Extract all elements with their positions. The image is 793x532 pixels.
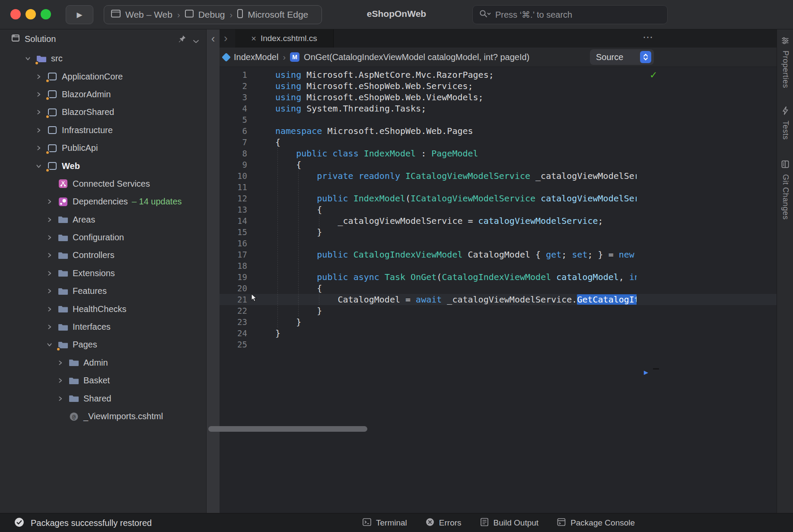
tree-item-features[interactable]: Features — [0, 282, 206, 300]
chevron-right-icon[interactable] — [57, 360, 69, 366]
code-line-16[interactable]: 16 — [220, 238, 777, 249]
tree-item-dependencies[interactable]: Dependencies– 14 updates — [0, 193, 206, 210]
chevron-right-icon[interactable] — [47, 288, 58, 294]
code-line-17[interactable]: 17 public CatalogIndexViewModel CatalogM… — [220, 249, 777, 260]
global-search-field[interactable]: Press ‘⌘.’ to search — [472, 5, 668, 24]
chevron-right-icon[interactable] — [36, 127, 47, 133]
tab-git-changes[interactable]: Git Changes — [777, 160, 793, 220]
code-line-6[interactable]: 6namespace Microsoft.eShopWeb.Web.Pages — [220, 125, 777, 137]
project-icon — [47, 125, 57, 135]
tree-item-interfaces[interactable]: Interfaces — [0, 318, 206, 336]
code-line-8[interactable]: 8 public class IndexModel : PageModel — [220, 148, 777, 159]
terminal-button[interactable]: Terminal — [362, 517, 407, 529]
code-line-1[interactable]: 1using Microsoft.AspNetCore.Mvc.RazorPag… — [220, 69, 777, 80]
code-line-23[interactable]: 23 } — [220, 316, 777, 328]
breadcrumb-member[interactable]: OnGet(CatalogIndexViewModel catalogModel… — [304, 52, 529, 62]
pin-icon[interactable] — [178, 35, 186, 45]
code-line-5[interactable]: 5 — [220, 114, 777, 125]
pending-changes-dot — [56, 347, 61, 351]
code-editor[interactable]: 1using Microsoft.AspNetCore.Mvc.RazorPag… — [220, 67, 777, 513]
chevron-right-icon[interactable] — [47, 306, 58, 312]
tree-item-healthchecks[interactable]: HealthChecks — [0, 300, 206, 318]
navigate-forward-button[interactable]: › — [224, 32, 228, 45]
chevron-right-icon[interactable] — [36, 92, 47, 97]
status-message: Packages successfully restored — [31, 518, 152, 528]
tree-item-configuration[interactable]: Configuration — [0, 229, 206, 246]
tree-item-blazoradmin[interactable]: BlazorAdmin — [0, 86, 206, 103]
pending-changes-dot — [35, 61, 39, 65]
code-line-13[interactable]: 13 { — [220, 204, 777, 215]
package-console-button[interactable]: Package Console — [557, 517, 635, 529]
code-line-7[interactable]: 7{ — [220, 137, 777, 148]
line-text: } — [275, 316, 637, 328]
zoom-window-button[interactable] — [41, 9, 51, 19]
more-options-icon[interactable]: ⋯ — [643, 31, 653, 43]
chevron-down-icon[interactable] — [25, 56, 36, 61]
tree-item-connected-services[interactable]: Connected Services — [0, 175, 206, 193]
code-line-19[interactable]: 19 public async Task OnGet(CatalogIndexV… — [220, 271, 777, 283]
close-tab-icon[interactable]: × — [251, 34, 256, 44]
code-line-2[interactable]: 2using Microsoft.eShopWeb.Web.Services; — [220, 80, 777, 92]
tree-item-basket[interactable]: Basket — [0, 372, 206, 389]
source-view-selector[interactable]: Source — [590, 49, 654, 65]
code-line-3[interactable]: 3using Microsoft.eShopWeb.Web.ViewModels… — [220, 92, 777, 103]
tree-item-controllers[interactable]: Controllers — [0, 246, 206, 264]
chevron-right-icon[interactable] — [36, 74, 47, 80]
build-output-button[interactable]: Build Output — [480, 517, 539, 529]
tree-item-extensions[interactable]: Extensions — [0, 264, 206, 282]
chevron-right-icon[interactable] — [47, 235, 58, 240]
run-button[interactable]: ▶ — [66, 5, 93, 24]
chevron-right-icon[interactable] — [57, 396, 69, 401]
tab-properties[interactable]: Properties — [777, 36, 793, 88]
code-line-25[interactable]: 25 — [220, 339, 777, 350]
chevron-down-icon[interactable] — [193, 36, 199, 46]
close-window-button[interactable] — [10, 9, 21, 19]
chevron-right-icon[interactable] — [47, 324, 58, 330]
tab-index-cshtml-cs[interactable]: × Index.cshtml.cs — [235, 29, 334, 48]
chevron-right-icon[interactable] — [47, 252, 58, 258]
tree-item-src[interactable]: src — [0, 50, 206, 67]
chevron-right-icon[interactable] — [36, 145, 47, 151]
tree-item-admin[interactable]: Admin — [0, 354, 206, 372]
code-line-24[interactable]: 24} — [220, 328, 777, 339]
chevron-right-icon[interactable] — [47, 199, 58, 204]
horizontal-scrollbar[interactable] — [208, 426, 367, 432]
line-number: 16 — [220, 238, 247, 249]
chevron-right-icon[interactable] — [57, 378, 69, 383]
code-line-18[interactable]: 18 — [220, 260, 777, 271]
chevron-right-icon[interactable] — [36, 109, 47, 115]
code-line-20[interactable]: 20 { — [220, 283, 777, 294]
tree-item-web[interactable]: Web — [0, 157, 206, 175]
code-line-21[interactable]: 21 CatalogModel = await _catalogViewMode… — [220, 294, 777, 305]
code-line-11[interactable]: 11 — [220, 182, 777, 193]
line-number: 3 — [220, 92, 247, 103]
tree-item-publicapi[interactable]: PublicApi — [0, 139, 206, 157]
tree-item-shared[interactable]: Shared — [0, 389, 206, 407]
folder-icon — [69, 393, 79, 404]
tree-item-pages[interactable]: Pages — [0, 336, 206, 354]
code-line-15[interactable]: 15 } — [220, 226, 777, 238]
minimize-window-button[interactable] — [25, 9, 36, 19]
tree-item-infrastructure[interactable]: Infrastructure — [0, 121, 206, 139]
chevron-right-icon[interactable] — [47, 217, 58, 223]
project-icon — [47, 143, 57, 153]
tree-item-areas[interactable]: Areas — [0, 211, 206, 229]
breadcrumb-class[interactable]: IndexModel — [234, 52, 278, 62]
code-line-14[interactable]: 14 _catalogViewModelService = catalogVie… — [220, 215, 777, 226]
chevron-down-icon[interactable] — [47, 342, 58, 347]
chevron-down-icon[interactable] — [36, 163, 47, 169]
code-line-22[interactable]: 22 } — [220, 305, 777, 316]
code-line-4[interactable]: 4using System.Threading.Tasks; — [220, 103, 777, 114]
code-line-12[interactable]: 12 public IndexModel(ICatalogViewModelSe… — [220, 193, 777, 204]
code-line-9[interactable]: 9 { — [220, 159, 777, 170]
code-line-10[interactable]: 10 private readonly ICatalogViewModelSer… — [220, 170, 777, 182]
run-configuration-selector[interactable]: Web – Web › Debug › Microsoft Edge — [104, 5, 322, 24]
tree-item--viewimports-cshtml[interactable]: @_ViewImports.cshtml — [0, 408, 206, 425]
navigate-back-button[interactable]: ‹ — [207, 33, 220, 44]
tab-tests[interactable]: Tests — [777, 106, 793, 140]
chevron-right-icon[interactable] — [47, 271, 58, 276]
tree-item-applicationcore[interactable]: ApplicationCore — [0, 67, 206, 85]
line-number: 1 — [220, 69, 247, 80]
errors-button[interactable]: Errors — [425, 517, 462, 529]
tree-item-blazorshared[interactable]: BlazorShared — [0, 103, 206, 121]
